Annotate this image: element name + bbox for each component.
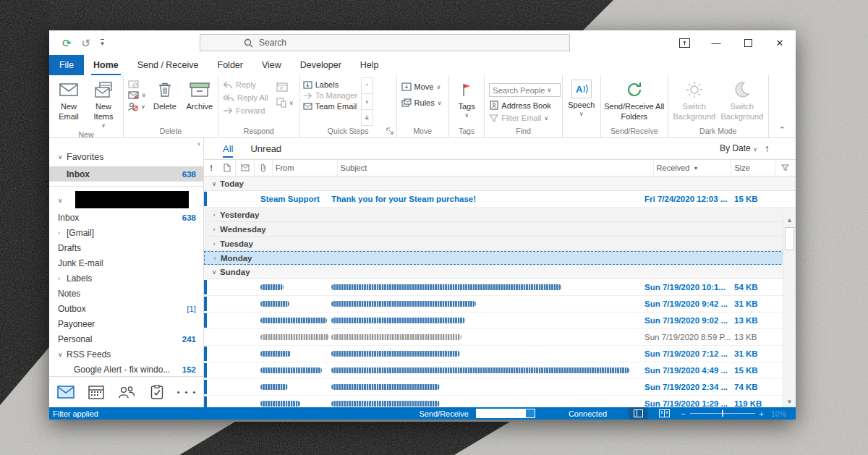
group-header-monday[interactable]: › Monday — [204, 251, 796, 265]
tab-send-receive[interactable]: Send / Receive — [128, 55, 208, 75]
normal-view-icon[interactable] — [629, 407, 647, 420]
mail-row-steam[interactable]: Steam Support Thank you for your Steam p… — [204, 191, 796, 208]
mail-row-redacted[interactable]: Sun 7/19/2020 1:29 ...119 KB — [204, 396, 796, 407]
zoom-slider[interactable]: − + — [681, 409, 764, 418]
ribbon-display-options-icon[interactable] — [668, 30, 700, 55]
importance-column-icon[interactable]: ! — [204, 160, 218, 176]
quicksteps-scroll-up-icon[interactable]: ⌃ — [362, 78, 373, 94]
quickstep-labels[interactable]: Labels — [303, 80, 357, 89]
switch-background-light-button[interactable]: Switch Background — [671, 77, 718, 122]
rules-button[interactable]: Rules ∨ — [401, 98, 443, 107]
mail-row-redacted[interactable]: Sun 7/19/2020 8:59 P...13 KB — [204, 329, 796, 346]
subject-column-header[interactable]: Subject — [338, 160, 654, 176]
sidebar-item-google-alert[interactable]: Google Alert - fix windo... 152 — [49, 362, 203, 376]
address-book-button[interactable]: Address Book — [489, 101, 560, 110]
delete-button[interactable]: Delete — [148, 77, 182, 112]
item-type-column-icon[interactable] — [218, 160, 236, 176]
mail-row-redacted[interactable]: Sun 7/19/2020 10:1...54 KB — [204, 279, 796, 296]
sidebar-item-outbox[interactable]: Outbox [1] — [49, 301, 203, 316]
account-header-redacted[interactable]: ∨ — [49, 191, 203, 210]
tags-button[interactable]: Tags ∨ — [452, 77, 481, 119]
sidebar-item-junk[interactable]: Junk E-mail — [49, 255, 203, 271]
quicksteps-dialog-launcher-icon[interactable] — [386, 127, 395, 136]
minimize-button[interactable]: — — [700, 30, 732, 55]
mail-row-redacted[interactable]: Sun 7/19/2020 4:49 ...15 KB — [204, 362, 796, 379]
tab-help[interactable]: Help — [351, 55, 388, 75]
new-email-button[interactable]: New Email — [52, 77, 85, 122]
sort-direction-icon[interactable]: ↑ — [765, 143, 770, 154]
filter-column-icon[interactable] — [775, 160, 796, 176]
tab-file[interactable]: File — [49, 55, 84, 75]
undo-icon[interactable]: ↺ — [82, 38, 91, 48]
move-button[interactable]: Move ∨ — [401, 82, 443, 91]
send-receive-all-folders-button[interactable]: Send/Receive All Folders — [604, 77, 665, 122]
tab-view[interactable]: View — [252, 55, 291, 75]
sidebar-item-notes[interactable]: Notes — [49, 286, 203, 301]
meeting-icon[interactable] — [276, 82, 294, 92]
quicksteps-scroll-down-icon[interactable]: ∨ — [362, 94, 373, 110]
sidebar-item-rss-feeds[interactable]: ∨ RSS Feeds — [49, 346, 203, 362]
sidebar-item-gmail[interactable]: › [Gmail] — [49, 225, 203, 240]
scrollbar-thumb[interactable] — [785, 227, 794, 250]
mention-column-icon[interactable] — [236, 160, 255, 176]
tab-developer[interactable]: Developer — [291, 55, 351, 75]
sidebar-item-personal[interactable]: Personal 241 — [49, 331, 203, 346]
vertical-scrollbar[interactable]: ▲ ▼ — [783, 214, 796, 407]
more-apps-icon[interactable]: • • • — [175, 381, 199, 403]
scroll-up-icon[interactable]: ▲ — [783, 214, 796, 226]
archive-button[interactable]: Archive — [183, 77, 216, 112]
customize-qat-icon[interactable]: ▾ — [101, 39, 104, 47]
tab-unread[interactable]: Unread — [250, 143, 281, 154]
group-header-tuesday[interactable]: › Tuesday — [204, 237, 796, 251]
favorites-header[interactable]: ∨ Favorites — [49, 149, 203, 164]
quicksteps-more-icon[interactable]: ⇊ — [362, 110, 373, 125]
group-header-yesterday[interactable]: › Yesterday — [204, 208, 796, 222]
attachment-column-icon[interactable] — [255, 160, 272, 176]
scroll-down-icon[interactable]: ▼ — [783, 396, 796, 407]
maximize-button[interactable] — [732, 30, 764, 55]
junk-button[interactable]: ∨ — [128, 102, 146, 111]
group-header-wednesday[interactable]: › Wednesday — [204, 222, 796, 237]
filter-email-button[interactable]: Filter Email ∨ — [489, 114, 560, 122]
search-input[interactable]: Search — [200, 34, 570, 51]
group-header-today[interactable]: ∨ Today — [204, 177, 796, 191]
from-column-header[interactable]: From — [273, 160, 338, 176]
sidebar-item-payoneer[interactable]: Payoneer — [49, 316, 203, 331]
reading-view-icon[interactable] — [655, 407, 673, 420]
zoom-in-icon[interactable]: + — [760, 409, 764, 418]
size-column-header[interactable]: Size — [731, 160, 775, 176]
cleanup-button[interactable]: ∨ — [128, 91, 146, 99]
sidebar-item-favorites-inbox[interactable]: Inbox 638 — [49, 166, 203, 182]
collapse-folder-pane-icon[interactable]: ‹ — [197, 139, 200, 148]
quickstep-team-email[interactable]: Team Email — [303, 102, 357, 111]
reply-button[interactable]: Reply — [223, 80, 268, 89]
received-column-header[interactable]: Received ▼ — [654, 160, 732, 176]
tab-folder[interactable]: Folder — [208, 55, 252, 75]
zoom-thumb[interactable] — [722, 410, 723, 417]
mail-row-redacted[interactable]: Sun 7/19/2020 9:02 ...13 KB — [204, 312, 796, 329]
tasks-nav-icon[interactable] — [145, 381, 169, 403]
search-people-input[interactable]: Search People ∨ — [489, 83, 560, 97]
group-header-sunday[interactable]: ∨ Sunday — [204, 265, 796, 279]
zoom-out-icon[interactable]: − — [681, 409, 685, 418]
reply-all-button[interactable]: Reply All — [223, 93, 268, 102]
sidebar-item-drafts[interactable]: Drafts — [49, 240, 203, 255]
mail-row-redacted[interactable]: Sun 7/19/2020 9:42 ...31 KB — [204, 296, 796, 312]
new-items-button[interactable]: New Items ∨ — [87, 77, 120, 129]
connected-status[interactable]: Connected — [569, 409, 607, 418]
quickstep-to-manager[interactable]: To Manager — [303, 91, 357, 100]
forward-button[interactable]: Forward — [223, 106, 268, 115]
send-receive-icon[interactable]: ⟳ — [62, 38, 72, 48]
close-button[interactable]: ✕ — [764, 30, 796, 55]
more-respond-icon[interactable]: ∨ — [276, 98, 294, 108]
collapse-ribbon-icon[interactable]: ⌃ — [769, 122, 796, 137]
speech-button[interactable]: A Speech ∨ — [566, 77, 597, 118]
sidebar-item-inbox[interactable]: Inbox 638 — [49, 210, 203, 225]
mail-row-redacted[interactable]: Sun 7/19/2020 2:34 ...74 KB — [204, 379, 796, 396]
people-nav-icon[interactable] — [114, 381, 138, 403]
sort-by-dropdown[interactable]: By Date ∨ — [720, 143, 757, 153]
mail-row-redacted[interactable]: Sun 7/19/2020 7:12 ...31 KB — [204, 346, 796, 362]
calendar-nav-icon[interactable] — [84, 381, 108, 403]
tab-home[interactable]: Home — [84, 55, 128, 75]
tab-all[interactable]: All — [223, 143, 233, 154]
